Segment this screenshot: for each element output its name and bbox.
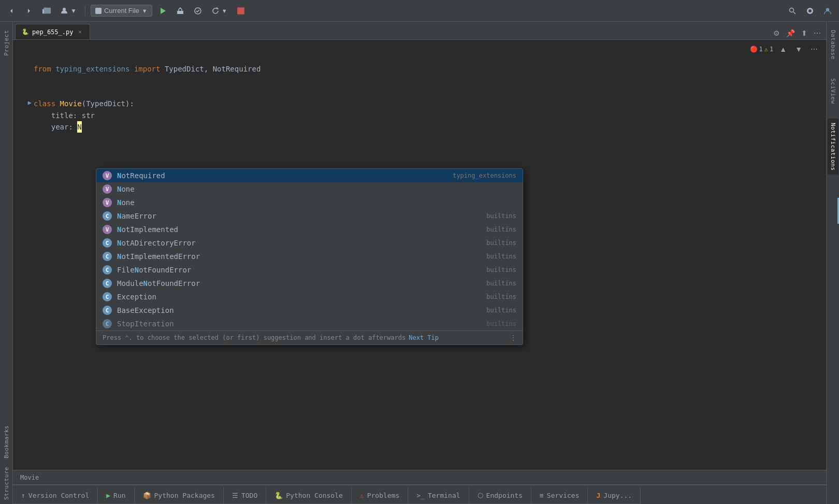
ac-item-baseexception[interactable]: C BaseException builtins (96, 304, 523, 317)
ac-name-10: BaseException (117, 306, 481, 314)
tab-todo[interactable]: ☰ TODO (224, 487, 266, 504)
error-badge[interactable]: 🔴 1 ⚠ 1 (750, 46, 774, 53)
error-bar: 🔴 1 ⚠ 1 ▲ ▼ ⋯ (744, 40, 826, 58)
tab-close-button[interactable]: ✕ (76, 28, 83, 36)
run-tab-label: Run (113, 492, 125, 499)
tab-problems[interactable]: ⚠ Problems (352, 487, 408, 504)
ac-icon-11: C (103, 319, 112, 328)
tab-more-button[interactable]: ⋯ (812, 28, 823, 38)
ac-icon-1: V (103, 184, 112, 194)
tab-filename: pep_655_.py (32, 28, 73, 36)
refresh-button[interactable]: ▼ (208, 5, 230, 17)
svg-marker-5 (161, 8, 166, 14)
left-panel-project[interactable]: Project (1, 26, 12, 60)
ac-source-5: builtins (486, 239, 516, 247)
tab-version-control[interactable]: ↑ Version Control (13, 487, 98, 504)
user-button[interactable]: ▼ (57, 5, 80, 17)
tab-python-console[interactable]: 🐍 Python Console (266, 487, 352, 504)
status-class[interactable]: Movie (17, 470, 42, 484)
ac-next-tip-button[interactable]: Next Tip (409, 334, 439, 341)
left-panel-structure-side[interactable]: Structure (1, 463, 12, 504)
ac-name-9: Exception (117, 293, 481, 301)
ac-item-exception[interactable]: C Exception builtins (96, 290, 523, 304)
nav-forward-button[interactable] (22, 5, 36, 17)
ac-source-0: typing_extensions (453, 172, 516, 179)
right-panel-database[interactable]: Database (828, 26, 838, 64)
tab-endpoints[interactable]: ⬡ Endpoints (469, 487, 531, 504)
ac-icon-0: V (103, 171, 112, 180)
left-panel-bookmarks[interactable]: Bookmarks (1, 421, 12, 463)
ac-name-2: None (117, 198, 511, 207)
ac-source-11: builtins (486, 320, 516, 327)
run-config-button[interactable]: Current File ▼ (91, 5, 152, 17)
endpoints-icon: ⬡ (478, 492, 483, 499)
active-tab[interactable]: 🐍 pep_655_.py ✕ (15, 24, 90, 39)
tab-python-packages[interactable]: 📦 Python Packages (135, 487, 224, 504)
ac-footer-text: Press ⌃. to choose the selected (or firs… (103, 334, 406, 341)
run-tab-icon: ▶ (106, 492, 110, 499)
tab-file-icon: 🐍 (22, 28, 29, 35)
tab-services[interactable]: ≡ Services (531, 487, 588, 504)
editor-content[interactable]: 🔴 1 ⚠ 1 ▲ ▼ ⋯ from typing_extensions (13, 40, 826, 470)
ac-item-modulenotfounderror[interactable]: C ModuleNotFoundError builtins (96, 277, 523, 290)
ac-source-3: builtins (486, 212, 516, 220)
endpoints-label: Endpoints (486, 492, 523, 499)
main-area: Project Bookmarks Structure 🐍 pep_655_.p… (0, 22, 839, 504)
error-more-options[interactable]: ⋯ (808, 44, 820, 54)
ac-icon-7: C (103, 265, 112, 275)
code-line-3 (21, 87, 805, 98)
ac-icon-5: C (103, 238, 112, 248)
profile-button[interactable] (820, 5, 835, 17)
python-console-icon: 🐍 (274, 492, 283, 499)
code-line-1: from typing_extensions import TypedDict … (21, 63, 805, 75)
ac-name-0: NotRequired (117, 171, 447, 180)
svg-line-10 (793, 12, 795, 14)
nav-back-button[interactable] (4, 5, 19, 17)
services-label: Services (547, 492, 580, 499)
error-nav-up[interactable]: ▲ (777, 44, 789, 54)
tab-pin-button[interactable]: 📌 (784, 28, 797, 38)
tab-expand-button[interactable]: ⬆ (799, 28, 809, 38)
ac-item-notimplemented[interactable]: V NotImplemented builtins (96, 223, 523, 236)
right-panel-notifications[interactable]: Notifications (828, 119, 838, 175)
code-line-year: year: N (21, 121, 805, 133)
tab-run[interactable]: ▶ Run (98, 487, 134, 504)
ac-item-stopiteration[interactable]: C StopIteration builtins (96, 317, 523, 330)
stop-button[interactable] (234, 5, 248, 17)
ac-source-4: builtins (486, 226, 516, 233)
error-nav-down[interactable]: ▼ (793, 44, 804, 54)
svg-point-9 (790, 8, 794, 12)
ac-item-notadirectoryerror[interactable]: C NotADirectoryError builtins (96, 236, 523, 250)
warning-count: 1 (770, 46, 773, 53)
svg-rect-6 (177, 11, 183, 14)
ac-source-8: builtins (486, 280, 516, 287)
toolbar: ▼ Current File ▼ ▼ (0, 0, 839, 22)
tab-settings-button[interactable]: ⚙ (771, 28, 782, 38)
ac-item-notimplementederror[interactable]: C NotImplementedError builtins (96, 250, 523, 263)
ac-icon-6: C (103, 252, 112, 261)
ac-name-7: FileNotFoundError (117, 266, 481, 274)
ac-item-none-1[interactable]: V None (96, 182, 523, 196)
ac-item-filenotfounderror[interactable]: C FileNotFoundError builtins (96, 263, 523, 277)
run-config-label: Current File (104, 7, 139, 15)
ac-item-none-2[interactable]: V None (96, 196, 523, 209)
jupyter-icon: J (596, 492, 600, 499)
tab-terminal[interactable]: >_ Terminal (408, 487, 469, 504)
coverage-button[interactable] (191, 5, 205, 17)
tab-bar: 🐍 pep_655_.py ✕ ⚙ 📌 ⬆ ⋯ (13, 22, 826, 40)
file-manager-button[interactable] (39, 5, 54, 17)
jupyter-label: Jupy... (603, 492, 632, 499)
right-panel-sciview[interactable]: SciView (828, 74, 838, 108)
settings-button[interactable] (803, 5, 817, 17)
search-button[interactable] (785, 5, 800, 17)
ac-footer-more[interactable]: ⋮ (510, 334, 516, 341)
tab-jupyter[interactable]: J Jupy... (588, 487, 641, 504)
build-button[interactable] (173, 5, 187, 17)
code-line-2 (21, 75, 805, 86)
ac-item-nameerror[interactable]: C NameError builtins (96, 209, 523, 223)
ac-item-notrequired[interactable]: V NotRequired typing_extensions (96, 169, 523, 182)
ac-name-1: None (117, 185, 511, 193)
run-button[interactable] (155, 5, 170, 17)
editor-container: 🐍 pep_655_.py ✕ ⚙ 📌 ⬆ ⋯ 🔴 1 ⚠ 1 (13, 22, 826, 504)
status-class-name: Movie (20, 474, 39, 481)
